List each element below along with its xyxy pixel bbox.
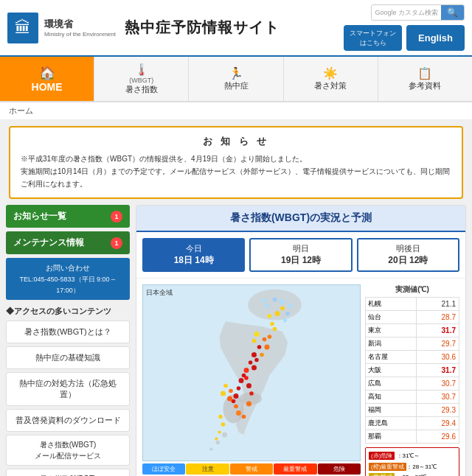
notice-title: お 知 ら せ (21, 135, 451, 148)
wbgt-section: 暑さ指数(WBGT)の実況と予測 今日 18日 14時 明日 19日 12時 明… (136, 205, 466, 476)
city-name: 大阪 (366, 364, 417, 377)
svg-point-42 (218, 431, 221, 434)
alert-legend-box: (赤)危険 ：31℃～ (橙)厳重警戒：28～31℃ (黄)警戒 ：25～28℃… (365, 447, 459, 476)
svg-point-5 (216, 441, 221, 445)
temp-table-title: 実測値(℃) (365, 284, 459, 295)
maintenance-badge: 1 (111, 237, 122, 249)
notice-text: ※平成31年度の暑さ指数（WBGT）の情報提供を、4月19日（金）より開始しまし… (21, 153, 451, 190)
home-icon: 🏠 (39, 65, 55, 81)
city-name: 広島 (366, 377, 417, 391)
link-first-aid[interactable]: 熱中症の対処方法（応急処置） (6, 372, 130, 406)
link-download[interactable]: 普及啓発資料のダウンロード (6, 409, 130, 432)
popular-title: ◆アクセスの多いコンテンツ (6, 306, 130, 317)
link-electronic-service[interactable]: 暑さ指数(WBGT)電子情報提供サービス (6, 469, 130, 476)
nav-sublabel-wbgt: (WBGT) (129, 77, 153, 84)
tab-today-day: 今日 (148, 243, 240, 254)
temp-row: 仙台28.7 (366, 311, 459, 324)
nav-item-measures[interactable]: ☀️ 暑さ対策 (284, 57, 378, 101)
svg-point-30 (268, 335, 272, 339)
temp-row: 福岡29.3 (366, 404, 459, 417)
alert-danger: (赤)危険 ：31℃～ (369, 451, 456, 461)
map-label: 日本全域 (146, 288, 173, 298)
ministry-logo-icon: 🏛 (7, 13, 38, 43)
search-button[interactable]: 🔍 (441, 5, 464, 20)
svg-point-39 (221, 391, 226, 396)
ministry-en: Ministry of the Environment (44, 31, 116, 38)
main-nav: 🏠 HOME 🌡️ (WBGT) 暑さ指数 🏃 熱中症 ☀️ 暑さ対策 📋 参考… (0, 57, 472, 102)
svg-point-16 (244, 376, 249, 380)
link-heatstroke-basics[interactable]: 熱中症の基礎知識 (6, 346, 130, 369)
nav-label-measures: 暑さ対策 (314, 80, 347, 91)
english-button[interactable]: English (406, 25, 465, 51)
right-panel: 実測値(℃) 札幌21.1仙台28.7東京31.7新潟29.7名古屋30.6大阪… (365, 284, 459, 476)
map-area: 日本全域 (142, 284, 361, 476)
svg-point-24 (229, 389, 233, 393)
svg-point-46 (273, 298, 277, 302)
svg-point-3 (223, 395, 244, 424)
nav-item-heatstroke[interactable]: 🏃 熱中症 (189, 57, 283, 101)
date-tabs: 今日 18日 14時 明日 19日 12時 明後日 20日 12時 (136, 232, 465, 279)
svg-point-36 (254, 332, 260, 337)
temp-value: 29.7 (417, 337, 459, 351)
city-name: 那覇 (366, 430, 417, 444)
svg-point-21 (263, 337, 267, 342)
ministry-ja: 環境省 (44, 18, 116, 31)
nav-item-reference[interactable]: 📋 参考資料 (378, 57, 472, 101)
svg-point-20 (249, 391, 254, 396)
header: 🏛 環境省 Ministry of the Environment 熱中症予防情… (0, 0, 472, 57)
city-name: 名古屋 (366, 351, 417, 364)
link-wbgt-about[interactable]: 暑さ指数(WBGT)とは？ (6, 321, 130, 343)
notice-btn[interactable]: お知らせ一覧 1 (6, 205, 130, 228)
tab-day-after[interactable]: 明後日 20日 12時 (357, 238, 459, 272)
tab-today-date: 18日 14時 (148, 254, 240, 267)
svg-point-34 (280, 307, 285, 311)
contact-box: お問い合わせ TEL:045-450-5833（平日 9:00～17:00） (6, 258, 130, 300)
maintenance-btn-label: メンテナンス情報 (13, 237, 84, 249)
svg-point-8 (251, 352, 257, 357)
tab-day-after-date: 20日 12時 (362, 254, 454, 267)
svg-point-35 (273, 327, 277, 332)
svg-point-6 (209, 448, 212, 451)
svg-point-7 (257, 345, 262, 349)
svg-point-43 (215, 438, 218, 441)
search-google-label: Google カスタム検索 (372, 6, 441, 20)
svg-point-12 (239, 378, 244, 383)
svg-point-18 (254, 358, 259, 363)
temp-value: 28.7 (417, 311, 459, 324)
tab-day-after-day: 明後日 (362, 243, 454, 254)
link-mail-service[interactable]: 暑さ指数(WBGT)メール配信サービス (6, 435, 130, 466)
tab-today[interactable]: 今日 18日 14時 (142, 238, 245, 272)
city-name: 東京 (366, 324, 417, 337)
alert-severe: (橙)厳重警戒：28～31℃ (369, 462, 456, 472)
nav-item-wbgt[interactable]: 🌡️ (WBGT) 暑さ指数 (94, 57, 189, 101)
legend-safe: ほぼ安全 (142, 463, 185, 475)
nav-item-home[interactable]: 🏠 HOME (0, 57, 94, 101)
nav-label-wbgt: 暑さ指数 (125, 84, 158, 95)
maintenance-btn[interactable]: メンテナンス情報 1 (6, 231, 130, 254)
svg-point-38 (223, 384, 228, 388)
temp-value: 30.7 (417, 377, 459, 391)
map-container[interactable]: 日本全域 (142, 284, 361, 461)
tab-tomorrow[interactable]: 明日 19日 12時 (249, 238, 352, 272)
ministry-name: 環境省 Ministry of the Environment (44, 18, 116, 38)
city-name: 仙台 (366, 311, 417, 324)
reference-icon: 📋 (417, 66, 432, 80)
svg-point-29 (246, 402, 251, 407)
svg-point-27 (236, 410, 241, 416)
contact-tel: TEL:045-450-5833（平日 9:00～17:00） (12, 274, 124, 295)
tab-tomorrow-date: 19日 12時 (254, 254, 347, 267)
contact-label: お問い合わせ (12, 262, 124, 274)
svg-point-26 (234, 405, 238, 409)
wbgt-title: 暑さ指数(WBGT)の実況と予測 (136, 206, 465, 232)
smartphone-button[interactable]: スマートフォンはこちら (344, 25, 402, 51)
site-title: 熱中症予防情報サイト (125, 18, 280, 38)
notice-badge: 1 (111, 211, 122, 223)
tab-tomorrow-day: 明日 (254, 243, 347, 254)
svg-point-9 (249, 360, 253, 365)
temp-row: 名古屋30.6 (366, 351, 459, 364)
sidebar: お知らせ一覧 1 メンテナンス情報 1 お問い合わせ TEL:045-450-5… (6, 205, 130, 476)
breadcrumb: ホーム (0, 102, 472, 120)
svg-point-48 (288, 304, 293, 308)
svg-point-14 (234, 393, 239, 399)
city-name: 鹿児島 (366, 417, 417, 430)
